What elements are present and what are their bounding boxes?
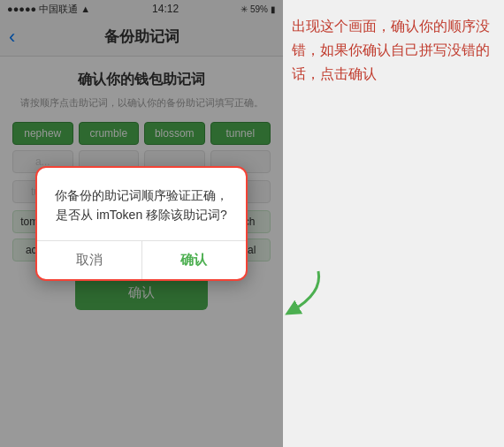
phone-frame: ●●●●● 中国联通 ▲ 14:12 ✳ 59% ▮ ‹ 备份助记词 确认你的钱… bbox=[0, 0, 283, 447]
dialog-buttons: 取消 确认 bbox=[37, 240, 246, 279]
annotation-panel: 出现这个画面，确认你的顺序没错，如果你确认自己拼写没错的话，点击确认 bbox=[283, 0, 504, 447]
dialog-overlay: 你备份的助记词顺序验证正确，是否从 imToken 移除该助记词? 取消 确认 bbox=[0, 0, 283, 447]
dialog-cancel-button[interactable]: 取消 bbox=[37, 241, 142, 279]
dialog-message: 你备份的助记词顺序验证正确，是否从 imToken 移除该助记词? bbox=[51, 186, 232, 225]
dialog-ok-button[interactable]: 确认 bbox=[142, 241, 247, 279]
dialog-box: 你备份的助记词顺序验证正确，是否从 imToken 移除该助记词? 取消 确认 bbox=[35, 166, 248, 282]
annotation-text: 出现这个画面，确认你的顺序没错，如果你确认自己拼写没错的话，点击确认 bbox=[292, 14, 495, 87]
